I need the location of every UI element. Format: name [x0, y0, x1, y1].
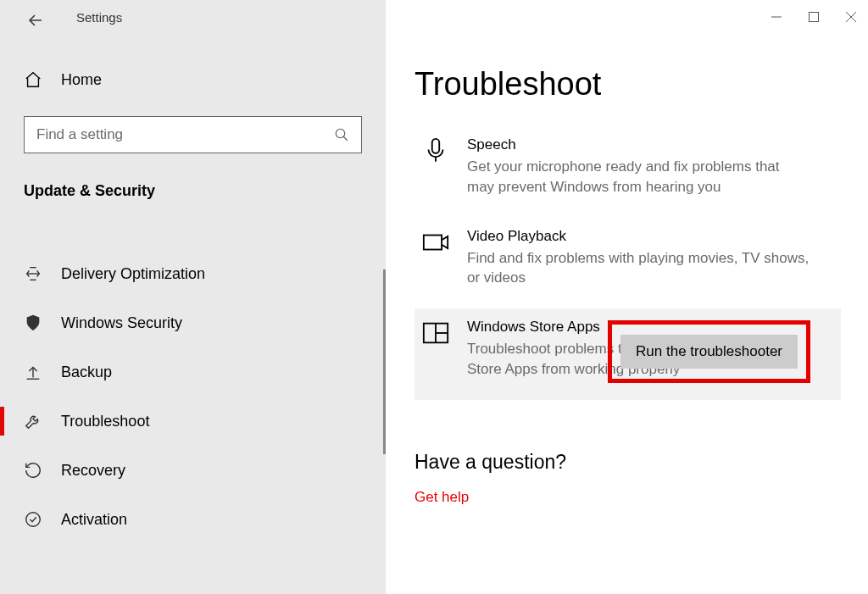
sidebar-item-label: Delivery Optimization — [61, 265, 205, 283]
get-help-link[interactable]: Get help — [415, 489, 868, 506]
troubleshoot-item-windows-store-apps[interactable]: Windows Store Apps Troubleshoot problems… — [415, 308, 841, 400]
sidebar-home[interactable]: Home — [24, 70, 386, 89]
highlight-box: Run the troubleshooter — [608, 320, 810, 383]
sidebar-item-activation[interactable]: Activation — [0, 495, 386, 544]
app-title: Settings — [76, 10, 122, 25]
sidebar-item-label: Activation — [61, 511, 127, 529]
question-heading: Have a question? — [415, 451, 868, 474]
backup-icon — [24, 363, 42, 381]
sidebar-item-recovery[interactable]: Recovery — [0, 446, 386, 495]
microphone-icon — [421, 136, 450, 165]
sidebar-item-windows-security[interactable]: Windows Security — [0, 298, 386, 347]
back-button[interactable] — [25, 10, 46, 31]
sidebar-item-backup[interactable]: Backup — [0, 347, 386, 397]
wrench-icon — [24, 412, 42, 430]
sidebar-item-label: Windows Security — [61, 314, 182, 332]
sidebar-item-label: Troubleshoot — [61, 413, 149, 430]
shield-icon — [24, 314, 42, 332]
category-title: Update & Security — [24, 182, 386, 200]
home-icon — [24, 70, 42, 89]
activation-icon — [24, 510, 42, 529]
nav-list: Delivery Optimization Windows Security B… — [0, 249, 386, 544]
troubleshoot-item-desc: Find and fix problems with playing movie… — [467, 248, 810, 289]
svg-point-1 — [26, 513, 41, 527]
svg-rect-4 — [424, 235, 442, 249]
svg-rect-3 — [432, 139, 440, 153]
video-icon — [421, 228, 450, 257]
main-scrollbar[interactable] — [853, 0, 868, 594]
sidebar: Settings Home Find a setting Update & Se… — [0, 0, 386, 594]
sidebar-item-label: Backup — [61, 364, 112, 381]
sidebar-item-troubleshoot[interactable]: Troubleshoot — [0, 397, 386, 446]
delivery-optimization-icon — [24, 264, 42, 283]
maximize-button[interactable] — [807, 10, 821, 24]
search-icon — [334, 127, 349, 142]
search-placeholder: Find a setting — [36, 126, 123, 143]
run-troubleshooter-button[interactable]: Run the troubleshooter — [620, 335, 798, 369]
troubleshoot-item-video-playback[interactable]: Video Playback Find and fix problems wit… — [415, 218, 841, 299]
search-input[interactable]: Find a setting — [24, 116, 362, 153]
troubleshoot-item-title: Video Playback — [467, 228, 810, 245]
svg-point-0 — [336, 129, 345, 138]
store-apps-icon — [421, 319, 450, 347]
troubleshoot-item-title: Speech — [467, 136, 810, 153]
main-content: Troubleshoot Speech Get your microphone … — [386, 0, 868, 594]
window-controls — [770, 10, 858, 24]
sidebar-item-label: Recovery — [61, 462, 125, 480]
svg-rect-2 — [810, 13, 819, 22]
recovery-icon — [24, 461, 42, 480]
sidebar-item-delivery-optimization[interactable]: Delivery Optimization — [0, 249, 386, 298]
minimize-button[interactable] — [770, 10, 783, 24]
page-title: Troubleshoot — [415, 66, 868, 103]
home-label: Home — [61, 71, 102, 89]
troubleshoot-item-desc: Get your microphone ready and fix proble… — [467, 157, 810, 197]
troubleshoot-item-speech[interactable]: Speech Get your microphone ready and fix… — [415, 126, 841, 208]
